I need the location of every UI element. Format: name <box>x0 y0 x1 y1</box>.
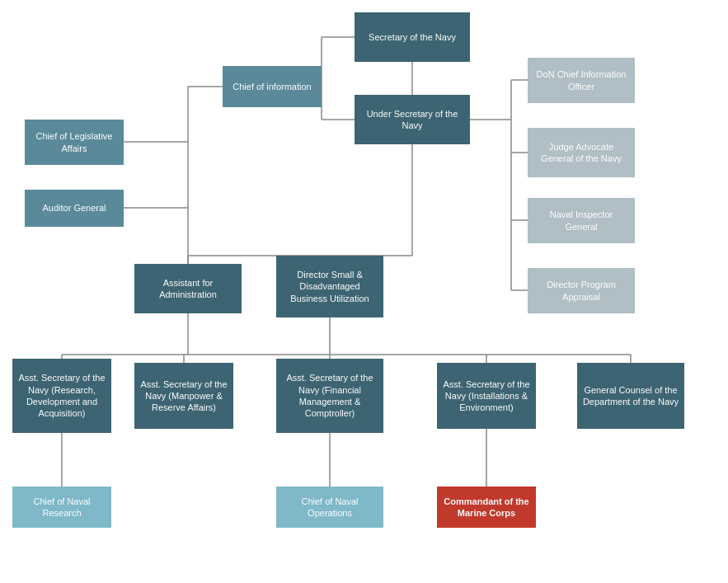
commandant-box: Commandant of the Marine Corps <box>437 487 536 528</box>
chief-naval-ops-box: Chief of Naval Operations <box>276 487 383 528</box>
asst-sec-rda-box: Asst. Secretary of the Navy (Research, D… <box>12 359 111 433</box>
secretary-navy-box: Secretary of the Navy <box>355 12 470 62</box>
director-program-box: Director Program Appraisal <box>528 268 635 313</box>
asst-sec-manpower-box: Asst. Secretary of the Navy (Manpower & … <box>134 363 233 429</box>
asst-sec-install-box: Asst. Secretary of the Navy (Installatio… <box>437 363 536 429</box>
chief-information-box: Chief of information <box>223 66 322 107</box>
asst-sec-financial-box: Asst. Secretary of the Navy (Financial M… <box>276 359 383 433</box>
don-cio-box: DoN Chief Information Officer <box>528 58 635 103</box>
org-chart: Secretary of the Navy Under Secretary of… <box>0 0 728 583</box>
asst-admin-box: Assistant for Administration <box>134 264 242 313</box>
auditor-general-box: Auditor General <box>25 190 124 227</box>
chief-legislative-box: Chief of Legislative Affairs <box>25 120 124 165</box>
naval-inspector-box: Naval Inspector General <box>528 198 635 243</box>
under-secretary-box: Under Secretary of the Navy <box>355 95 470 144</box>
general-counsel-box: General Counsel of the Department of the… <box>577 363 684 429</box>
director-small-box: Director Small & Disadvantaged Business … <box>276 256 383 317</box>
judge-advocate-box: Judge Advocate General of the Navy <box>528 128 635 177</box>
chief-naval-research-box: Chief of Naval Research <box>12 487 111 528</box>
